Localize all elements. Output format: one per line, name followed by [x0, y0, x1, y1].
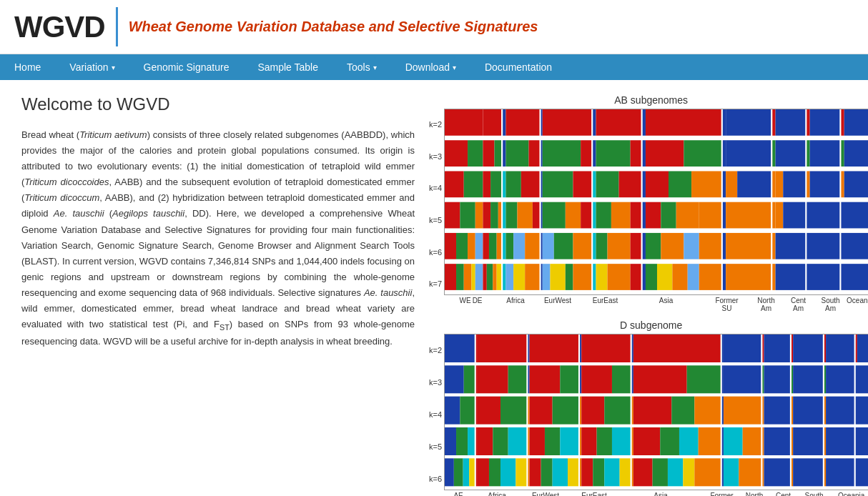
svg-rect-101	[468, 233, 475, 259]
svg-rect-228	[724, 397, 761, 425]
svg-rect-95	[776, 202, 784, 229]
svg-rect-236	[456, 427, 468, 455]
svg-rect-76	[506, 202, 518, 229]
svg-rect-137	[497, 264, 502, 290]
svg-rect-5	[543, 109, 592, 136]
svg-rect-99	[445, 233, 456, 259]
species-name-5: Aegilops tauschii	[112, 208, 184, 219]
svg-rect-119	[646, 233, 661, 259]
svg-rect-181	[724, 334, 761, 362]
svg-rect-0	[445, 109, 483, 136]
svg-rect-127	[806, 233, 840, 259]
d-x-eureast: EurEast	[570, 492, 618, 496]
svg-rect-244	[545, 427, 560, 455]
variation-dropdown-icon: ▾	[112, 64, 115, 71]
svg-rect-230	[764, 397, 791, 425]
svg-rect-196	[530, 366, 561, 394]
ab-k6: k=6	[429, 248, 442, 257]
svg-rect-17	[844, 109, 868, 136]
svg-rect-251	[633, 427, 660, 455]
svg-rect-279	[581, 459, 593, 487]
svg-rect-80	[543, 202, 566, 229]
svg-rect-128	[840, 233, 868, 259]
svg-rect-27	[581, 140, 592, 167]
svg-rect-235	[445, 427, 456, 455]
svg-rect-18	[445, 140, 468, 167]
d-chart-body: k=2 k=3 k=4 k=5 k=6	[429, 334, 868, 496]
svg-rect-189	[857, 334, 868, 362]
page-title: Welcome to WGVD	[21, 94, 415, 114]
d-x-centam: CentAm	[768, 492, 799, 496]
svg-rect-85	[611, 202, 631, 229]
svg-rect-126	[776, 233, 807, 259]
d-k-labels: k=2 k=3 k=4 k=5 k=6	[429, 334, 442, 496]
svg-rect-287	[683, 459, 694, 487]
svg-rect-226	[694, 397, 721, 425]
ab-x-formersu: FormerSU	[704, 297, 750, 312]
svg-rect-158	[726, 264, 771, 290]
svg-rect-215	[478, 397, 500, 425]
svg-rect-272	[516, 459, 527, 487]
nav-home[interactable]: Home	[0, 54, 55, 80]
svg-rect-202	[633, 366, 687, 394]
svg-rect-205	[724, 366, 761, 394]
nav-documentation[interactable]: Documentation	[470, 54, 566, 80]
species-name-3: Triticum dicoccum	[24, 192, 99, 203]
svg-rect-267	[469, 459, 475, 487]
svg-rect-264	[445, 459, 454, 487]
svg-rect-113	[573, 233, 593, 259]
nav-sample-table[interactable]: Sample Table	[243, 54, 332, 80]
svg-rect-216	[500, 397, 527, 425]
svg-rect-219	[553, 397, 579, 425]
svg-rect-160	[776, 264, 807, 290]
d-x-axis: AE Africa EurWest EurEast Asia FormerSU …	[444, 492, 868, 496]
svg-rect-221	[581, 397, 604, 425]
svg-rect-162	[840, 264, 868, 290]
svg-rect-51	[573, 171, 593, 197]
svg-rect-175	[530, 334, 579, 362]
nav-download[interactable]: Download ▾	[391, 54, 470, 80]
svg-rect-222	[604, 397, 631, 425]
svg-rect-171	[445, 334, 475, 362]
svg-rect-148	[596, 264, 608, 290]
species-name-2: Triticum dicoccoides	[24, 177, 109, 187]
svg-rect-179	[633, 334, 721, 362]
svg-rect-35	[726, 140, 771, 167]
svg-rect-84	[596, 202, 611, 229]
svg-rect-200	[612, 366, 631, 394]
svg-rect-161	[806, 264, 840, 290]
svg-rect-203	[687, 366, 721, 394]
description: Bread wheat (Triticum aetivum) consists …	[21, 127, 415, 349]
nav-variation[interactable]: Variation ▾	[55, 54, 129, 80]
d-x-asia: Asia	[618, 492, 703, 496]
svg-rect-232	[793, 397, 824, 425]
nav-genomic-signature[interactable]: Genomic Signature	[129, 54, 244, 80]
svg-rect-156	[699, 264, 722, 290]
svg-rect-280	[593, 459, 604, 487]
svg-rect-194	[508, 366, 528, 394]
svg-rect-50	[543, 171, 573, 197]
d-x-southam: SouthAm	[799, 492, 829, 496]
ab-x-southam: SouthAm	[814, 297, 847, 312]
svg-rect-149	[608, 264, 631, 290]
svg-rect-252	[660, 427, 679, 455]
header: WGVD Wheat Genome Variation Database and…	[0, 0, 868, 54]
svg-rect-124	[726, 233, 771, 259]
svg-rect-213	[460, 397, 475, 425]
svg-rect-47	[506, 171, 521, 197]
tools-dropdown-icon: ▾	[373, 64, 377, 71]
svg-rect-29	[596, 140, 631, 167]
svg-rect-24	[529, 140, 541, 167]
svg-rect-32	[646, 140, 684, 167]
svg-rect-89	[661, 202, 676, 229]
svg-rect-282	[620, 459, 631, 487]
ab-k-labels: k=2 k=3 k=4 k=5 k=6 k=7	[429, 109, 442, 312]
svg-rect-249	[612, 427, 631, 455]
svg-rect-21	[494, 140, 502, 167]
ab-chart-section: AB subgenomes k=2 k=3 k=4 k=5 k=6 k=7	[429, 94, 868, 312]
ab-x-centam: CentAm	[782, 297, 814, 312]
svg-rect-295	[793, 459, 824, 487]
svg-rect-70	[460, 202, 475, 229]
nav-tools[interactable]: Tools ▾	[332, 54, 391, 80]
svg-rect-116	[608, 233, 631, 259]
